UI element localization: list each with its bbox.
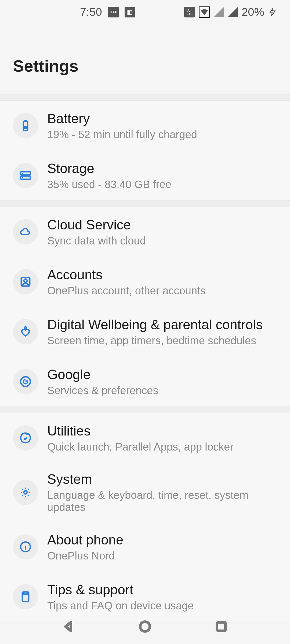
cloud-icon [13,219,38,244]
nav-home-button[interactable] [137,619,153,634]
item-title: Digital Wellbeing & parental controls [47,317,263,332]
nav-recents-button[interactable] [214,619,229,634]
page-header: Settings [0,24,290,94]
svg-rect-2 [24,126,27,129]
settings-item-about-phone[interactable]: About phone OnePlus Nord [0,522,290,572]
item-title: Storage [47,161,172,176]
section-divider [0,407,290,413]
item-subtitle: OnePlus account, other accounts [47,285,205,297]
item-title: Tips & support [47,582,194,598]
signal-1-icon [214,7,224,17]
status-time: 7:50 [80,6,102,19]
item-title: Cloud Service [47,217,146,233]
signal-2-icon [228,7,238,17]
item-subtitle: Sync data with cloud [47,235,146,247]
svg-point-12 [24,491,27,494]
item-title: System [47,471,277,487]
svg-point-5 [22,173,23,174]
settings-section: Cloud Service Sync data with cloud Accou… [0,207,290,407]
accounts-icon [13,269,38,294]
about-icon [13,534,38,559]
svg-point-8 [24,279,27,282]
section-divider [0,94,290,101]
svg-point-17 [140,622,150,631]
charging-bolt-icon [268,6,277,18]
settings-section: Utilities Quick launch, Parallel Apps, a… [0,413,290,622]
system-icon [13,480,38,505]
svg-point-11 [21,433,30,443]
item-subtitle: 35% used - 83.40 GB free [47,178,172,191]
wellbeing-icon [13,319,38,344]
page-title: Settings [13,56,277,75]
item-title: About phone [47,532,124,548]
settings-item-digital-wellbeing[interactable]: Digital Wellbeing & parental controls Sc… [0,307,290,357]
settings-item-utilities[interactable]: Utilities Quick launch, Parallel Apps, a… [0,413,290,463]
svg-rect-18 [217,622,226,631]
zepp-icon: ZEPP [108,7,119,17]
svg-point-6 [22,177,23,178]
svg-point-9 [24,327,27,329]
item-subtitle: 19% - 52 min until fully charged [47,129,197,141]
status-bar: 7:50 ZEPP ◧ VoLTE 20% [0,0,290,24]
item-title: Utilities [47,423,234,439]
item-title: Google [47,367,158,382]
status-battery-pct: 20% [242,6,264,19]
nav-back-button[interactable] [61,619,76,634]
settings-item-cloud-service[interactable]: Cloud Service Sync data with cloud [0,207,290,257]
settings-item-system[interactable]: System Language & keyboard, time, reset,… [0,463,290,522]
tips-icon [13,584,38,609]
settings-item-google[interactable]: Google Services & preferences [0,357,290,407]
item-subtitle: Language & keyboard, time, reset, system… [47,489,277,513]
utilities-icon [13,425,38,451]
settings-item-battery[interactable]: Battery 19% - 52 min until fully charged [0,101,290,151]
settings-item-accounts[interactable]: Accounts OnePlus account, other accounts [0,257,290,307]
item-subtitle: Quick launch, Parallel Apps, app locker [47,441,234,453]
google-icon [13,369,38,394]
item-title: Battery [47,111,197,126]
item-subtitle: Screen time, app timers, bedtime schedul… [47,335,263,347]
navigation-bar [0,609,290,644]
volte-icon: VoLTE [184,7,195,17]
item-title: Accounts [47,267,205,283]
svg-rect-1 [24,120,27,121]
item-subtitle: Services & preferences [47,385,158,397]
settings-section: Battery 19% - 52 min until fully charged… [0,101,290,200]
item-subtitle: OnePlus Nord [47,550,124,562]
wifi-icon [199,6,210,18]
battery-icon [13,113,38,138]
diamond-icon: ◧ [125,7,135,17]
section-divider [0,200,290,207]
settings-item-storage[interactable]: Storage 35% used - 83.40 GB free [0,151,290,200]
storage-icon [13,163,38,188]
